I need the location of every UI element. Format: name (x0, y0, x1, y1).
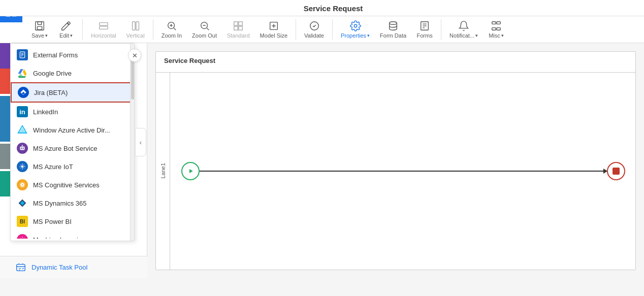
svg-rect-6 (37, 26, 42, 29)
menu-item-google-drive[interactable]: Google Drive (11, 64, 134, 82)
misc-label: Misc (489, 32, 500, 39)
azure-ad-label: Window Azure Active Dir... (33, 126, 110, 134)
menu-item-powerbi[interactable]: BI MS Power BI (11, 212, 134, 231)
svg-rect-33 (497, 28, 500, 30)
cognitive-icon (17, 179, 28, 190)
zoom-out-label: Zoom Out (192, 32, 217, 39)
cognitive-label: MS Cognitive Services (33, 181, 100, 189)
dropdown-close-button[interactable]: ✕ (128, 49, 141, 62)
menu-item-azure-iot[interactable]: MS Azure IoT (11, 157, 134, 176)
standard-button[interactable]: Standard (223, 18, 254, 41)
zoom-out-button[interactable]: Zoom Out (188, 18, 221, 41)
properties-label: Properties (341, 32, 366, 39)
svg-rect-19 (239, 22, 242, 25)
zoom-in-button[interactable]: Zoom In (157, 18, 186, 41)
form-data-label: Form Data (380, 32, 406, 39)
svg-point-25 (390, 22, 397, 25)
notification-button[interactable]: Notificat... ▾ (445, 18, 482, 41)
svg-rect-9 (132, 22, 135, 30)
menu-item-jira[interactable]: Jira (BETA) (11, 82, 134, 103)
menu-item-external-forms[interactable]: External Forms (11, 46, 134, 64)
misc-button[interactable]: Misc ▾ (484, 18, 508, 41)
validate-button[interactable]: Validate (300, 18, 328, 41)
page-header: Service Request (0, 0, 644, 16)
svg-point-41 (22, 145, 23, 146)
svg-rect-4 (36, 22, 44, 30)
left-strip (0, 43, 10, 278)
menu-item-ml[interactable]: Machine Learning (11, 231, 134, 239)
strip-item-1 (0, 43, 10, 69)
horizontal-label: Horizontal (91, 32, 116, 39)
google-drive-icon (17, 68, 28, 79)
save-button[interactable]: Save ▾ (27, 18, 52, 41)
linkedin-label: LinkedIn (33, 108, 58, 116)
lane-label: Lane1 (156, 72, 170, 270)
menu-item-linkedin[interactable]: in LinkedIn (11, 103, 134, 121)
scrollbar-track[interactable] (130, 44, 134, 241)
edit-caret: ▾ (70, 33, 73, 38)
properties-button[interactable]: Properties ▾ (337, 18, 374, 41)
properties-caret: ▾ (367, 33, 370, 38)
save-label: Save (31, 32, 44, 39)
forms-label: Forms (416, 32, 432, 39)
svg-rect-18 (234, 22, 238, 25)
notification-caret: ▾ (475, 33, 478, 38)
dynamic-task-pool-label: Dynamic Task Pool (31, 264, 87, 271)
svg-rect-45 (17, 264, 25, 271)
jira-label: Jira (BETA) (34, 89, 68, 96)
svg-rect-31 (497, 22, 500, 24)
page-title: Service Request (304, 4, 363, 13)
flow-arrow (200, 171, 607, 172)
powerbi-label: MS Power BI (33, 218, 72, 225)
lane-label-text: Lane1 (160, 163, 166, 179)
model-size-button[interactable]: Model Size (256, 18, 292, 41)
save-caret: ▾ (45, 33, 48, 38)
strip-item-4 (0, 144, 10, 169)
menu-item-azure-bot[interactable]: MS Azure Bot Service (11, 139, 134, 157)
jira-icon (18, 87, 29, 98)
google-drive-label: Google Drive (33, 70, 72, 77)
external-forms-icon (17, 49, 28, 60)
svg-point-24 (354, 24, 357, 27)
external-forms-label: External Forms (33, 51, 78, 59)
zoom-in-label: Zoom In (162, 32, 182, 39)
azure-bot-icon (17, 143, 28, 154)
dynamic-task-pool-icon (15, 262, 26, 273)
ml-label: Machine Learning (33, 236, 85, 239)
svg-rect-10 (136, 22, 139, 30)
svg-rect-30 (492, 22, 496, 24)
toolbar: Save ▾ Edit ▾ Horizontal Vertical (0, 16, 644, 43)
powerbi-icon: BI (17, 216, 28, 227)
model-size-label: Model Size (260, 32, 287, 39)
vertical-label: Vertical (126, 32, 145, 39)
forms-button[interactable]: Forms (412, 18, 437, 41)
svg-rect-7 (100, 23, 108, 26)
form-data-button[interactable]: Form Data (376, 18, 410, 41)
end-node[interactable] (607, 162, 625, 180)
menu-item-cognitive[interactable]: MS Cognitive Services (11, 176, 134, 194)
scrollbar-thumb (131, 59, 134, 100)
standard-label: Standard (227, 32, 250, 39)
svg-point-40 (23, 148, 24, 149)
horizontal-button[interactable]: Horizontal (87, 18, 120, 41)
menu-item-dynamics[interactable]: MS Dynamics 365 (11, 194, 134, 212)
flow-container (171, 72, 635, 270)
edit-label: Edit (59, 32, 69, 39)
start-node[interactable] (181, 162, 200, 180)
edit-button[interactable]: Edit ▾ (54, 18, 78, 41)
vertical-button[interactable]: Vertical (122, 18, 149, 41)
svg-rect-20 (234, 26, 238, 30)
svg-rect-32 (492, 28, 496, 30)
canvas-area: Service Request Lane1 (147, 43, 644, 278)
main-layout: External Forms Google Drive (0, 43, 644, 278)
menu-scroll[interactable]: External Forms Google Drive (11, 46, 134, 239)
linkedin-icon: in (17, 106, 28, 117)
svg-rect-5 (38, 22, 41, 25)
collapse-arrow-button[interactable]: ‹ (135, 128, 146, 156)
svg-rect-38 (20, 147, 24, 150)
end-node-inner (613, 168, 620, 175)
menu-item-azure-ad[interactable]: Window Azure Active Dir... (11, 121, 134, 139)
svg-rect-8 (100, 26, 108, 29)
svg-line-14 (174, 28, 176, 30)
dynamics-label: MS Dynamics 365 (33, 200, 86, 207)
